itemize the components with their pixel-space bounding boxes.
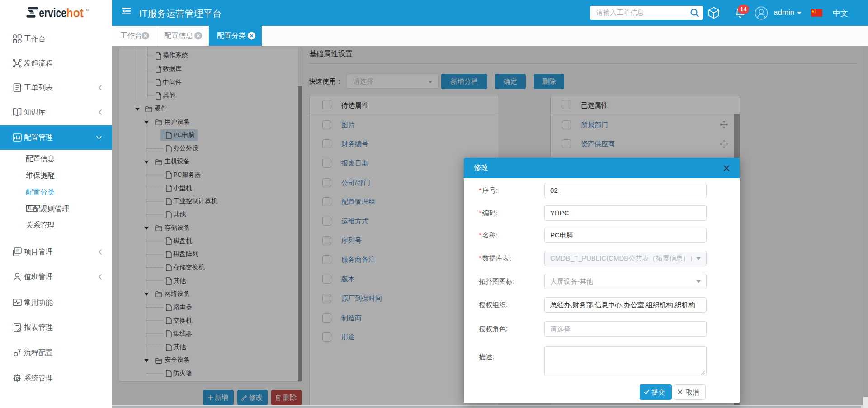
svg-text:R: R	[87, 9, 89, 11]
svg-text:hot: hot	[66, 6, 84, 20]
svg-text:ervice: ervice	[39, 6, 66, 20]
